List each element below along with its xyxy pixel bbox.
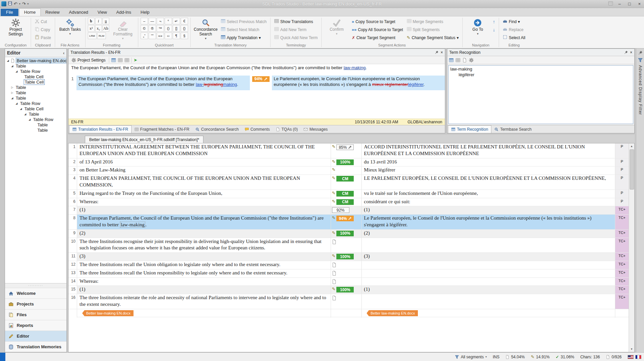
target-cell[interactable] [362,238,616,253]
segment-row[interactable]: 6 Whereas: ✎ CM considérant ce qui suit:… [68,198,629,207]
segment-row[interactable]: 12 The three Institutions recall the Uni… [68,261,629,269]
scroll-down-icon[interactable]: ▼ [629,346,634,352]
quickinsert-button[interactable]: „“ [141,32,148,39]
segment-filter[interactable]: All segments ▾ [455,355,487,359]
project-settings-toolbar-button[interactable]: Project Settings [70,57,107,64]
select-all-button[interactable]: Select All [501,34,526,41]
project-settings-button[interactable]: Project Settings [3,18,28,37]
source-cell[interactable]: (3) [77,253,331,261]
segment-row[interactable]: 1 INTERINSTITUTIONAL AGREEMENT BETWEEN T… [68,143,629,158]
pin-icon[interactable] [624,50,628,54]
source-term[interactable]: law-making [449,66,633,72]
segment-row[interactable]: 11 (3) ✎ 100% (3) TC+ [68,253,629,261]
confirm-button[interactable]: Confirm▼ [324,18,349,35]
target-cell[interactable] [362,278,616,286]
add-new-term-button[interactable]: Add New Term [273,26,319,33]
panel-bottom-tab[interactable]: Comments [242,125,273,133]
tree-item[interactable]: Table Cell [5,74,66,79]
copy-all-source-to-target-button[interactable]: »»Copy All Source to Target [350,26,405,33]
clear-target-segment-button[interactable]: ✗Clear Target Segment [350,34,405,41]
tree-item[interactable]: Table Cell [5,79,66,85]
panel-bottom-tab[interactable]: TQAs (0) [273,125,301,133]
term-tool-icon[interactable] [462,58,467,63]
segment-row[interactable]: 2 of 13 April 2016 ✎ 100% du 13 avril 20… [68,158,629,167]
tree-expander-icon[interactable]: ▷ [10,91,14,94]
tree-expander-icon[interactable]: ◢ [23,113,27,116]
panel-bottom-tab[interactable]: Translation Results - EN-FR [69,125,132,133]
titlebar-customize-icon[interactable]: ▾ [27,2,29,5]
document-tab[interactable]: Better law-making EN.docx_en-US_fr-FR.sd… [85,136,203,143]
target-cell[interactable]: ACCORD INTERINSTITUTIONNEL ENTRE LE PARL… [362,143,616,158]
tm-match-row[interactable]: 1 The European Parliament, the Council o… [68,76,445,90]
tree-item[interactable]: ◢ Table Row [5,101,66,106]
copy-source-to-target-button[interactable]: »Copy Source to Target [350,18,405,25]
segment-row[interactable]: 5 Having regard to the Treaty on the Fun… [68,190,629,198]
quickinsert-button[interactable]: € [181,18,188,24]
pin-icon[interactable] [638,50,643,55]
select-previous-match-button[interactable]: Select Previous Match [219,18,268,25]
quickinsert-button[interactable]: § [181,32,188,39]
nav-item-welcome[interactable]: Welcome [5,288,66,298]
quickinsert-button[interactable]: () [165,25,172,32]
source-cell[interactable]: (1) [77,286,331,294]
quickinsert-button[interactable]: ¬ [157,18,164,24]
quickinsert-button[interactable]: ¶ [173,32,180,39]
tree-item[interactable]: Table [5,127,66,133]
run-lookup-icon[interactable]: ➤ [134,57,137,63]
source-cell[interactable]: Whereas: [77,198,331,206]
target-cell[interactable]: (3) [362,253,616,261]
tree-expander-icon[interactable]: ◢ [15,70,18,73]
quickinsert-button[interactable]: – [141,18,148,24]
merge-segments-button[interactable]: Merge Segments [406,18,460,25]
show-translations-button[interactable]: Show Translations [273,18,319,25]
save-button[interactable] [8,1,12,6]
next-segment-button[interactable]: ↓ [491,26,496,33]
split-segments-button[interactable]: Split Segments [406,26,460,33]
term-tool-icon[interactable] [449,58,454,63]
source-cell[interactable]: Whereas: [77,278,331,286]
tree-item[interactable]: ◢ Table [5,95,66,101]
tm-view-icon[interactable] [125,58,129,63]
ribbon-tab[interactable]: Home [19,8,41,16]
panel-bottom-tab[interactable]: Term Recognition [448,125,491,133]
previous-segment-button[interactable]: ↑ [491,18,496,25]
ribbon-tab[interactable]: Add-Ins [112,9,136,16]
tree-expander-icon[interactable]: ◢ [15,102,18,105]
tree-item[interactable]: Table [5,122,66,127]
quickinsert-button[interactable]: ↵ [173,18,180,24]
quickinsert-button[interactable]: [] [173,25,180,32]
filter-icon[interactable] [638,58,643,63]
tree-item[interactable]: ◢ Table [5,63,66,69]
ribbon-tab[interactable]: Help [136,9,154,16]
superscript-button[interactable]: x² [88,25,95,32]
term-link[interactable]: law-making [344,65,366,70]
tm-view-icon[interactable] [118,58,123,63]
copy-button[interactable]: Copy [33,26,52,33]
ribbon-tab[interactable]: Review [41,9,64,16]
quickinsert-button[interactable]: {} [181,25,188,32]
source-cell[interactable]: (2) [77,230,331,238]
quickinsert-button[interactable]: “” [149,32,156,39]
vertical-scrollbar[interactable]: ▲ ▼ [629,143,634,352]
nav-item-editor[interactable]: Editor [5,331,66,341]
tm-view-icon[interactable] [111,58,116,63]
tree-item[interactable]: ◢ Table Row [5,117,66,122]
segment-row[interactable]: 4 THE EUROPEAN PARLIAMENT, THE COUNCIL O… [68,175,629,190]
panel-bottom-tab[interactable]: Messages [301,125,331,133]
concordance-search-button[interactable]: Concordance Search▼ [193,18,218,40]
select-next-match-button[interactable]: Select Next Match [219,26,268,33]
scroll-up-icon[interactable]: ▲ [629,143,634,149]
collapse-sidebar-icon[interactable]: ‹ [63,50,64,55]
underline-button[interactable]: u [103,18,109,24]
advanced-display-filter-tab[interactable]: Advanced Display Filter [638,65,643,115]
source-cell[interactable]: on Better Law-Making [77,166,331,174]
subscript-button[interactable]: x₂ [95,25,102,32]
segment-row[interactable]: 14 Whereas: ✎ TC+ [68,278,629,286]
bold-button[interactable]: b [88,18,95,24]
target-cell[interactable]: Mieux légiférer [362,166,616,174]
tree-expander-icon[interactable]: ◢ [19,107,23,110]
keyboard-layout-icon[interactable] [608,1,613,7]
target-cell[interactable]: (1) [362,206,616,214]
source-cell[interactable]: The three Institutions recognise their j… [77,238,331,253]
term-tool-icon[interactable] [469,58,474,63]
